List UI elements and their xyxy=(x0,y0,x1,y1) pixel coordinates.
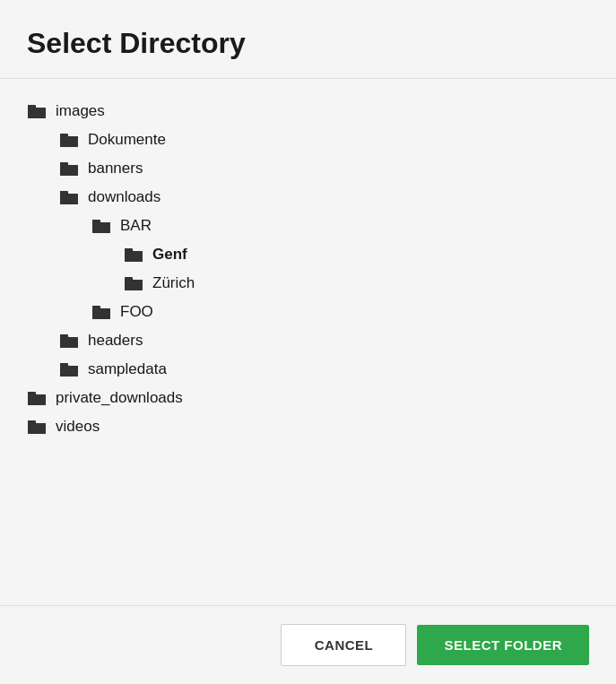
folder-item-dokumente[interactable]: Dokumente xyxy=(59,126,589,154)
folder-item-headers[interactable]: headers xyxy=(59,326,589,355)
tree-list: Genf Zürich xyxy=(91,240,589,298)
list-item: Dokumente xyxy=(59,126,589,154)
svg-rect-15 xyxy=(92,306,100,310)
svg-rect-21 xyxy=(28,392,36,396)
select-folder-button[interactable]: SELECT FOLDER xyxy=(417,625,589,665)
folder-label: private_downloads xyxy=(56,389,183,407)
svg-rect-3 xyxy=(60,134,68,138)
list-item: banners xyxy=(59,154,589,183)
folder-label: BAR xyxy=(120,217,152,235)
folder-label: images xyxy=(56,102,105,120)
folder-label: sampledata xyxy=(88,360,167,378)
dialog-body: images Dokumente banners downloads BAR G… xyxy=(0,79,616,605)
dialog-title: Select Directory xyxy=(27,27,589,60)
cancel-button[interactable]: CANCEL xyxy=(281,624,406,666)
dialog-header: Select Directory xyxy=(0,0,616,79)
folder-label: Dokumente xyxy=(88,131,166,149)
folder-icon xyxy=(124,247,143,263)
svg-rect-19 xyxy=(60,363,68,368)
list-item: images Dokumente banners downloads BAR G… xyxy=(27,97,589,384)
svg-rect-11 xyxy=(125,248,133,253)
folder-item-bar[interactable]: BAR xyxy=(91,212,589,240)
folder-item-banners[interactable]: banners xyxy=(59,154,589,183)
folder-icon xyxy=(91,218,111,234)
list-item: FOO xyxy=(91,298,589,326)
folder-label: Genf xyxy=(152,246,187,264)
folder-icon xyxy=(27,103,47,119)
list-item: sampledata xyxy=(59,355,589,384)
folder-item-foo[interactable]: FOO xyxy=(91,298,589,326)
svg-rect-9 xyxy=(92,220,100,224)
folder-item-sampledata[interactable]: sampledata xyxy=(59,355,589,384)
folder-label: videos xyxy=(56,418,100,436)
folder-label: Zürich xyxy=(152,274,195,292)
list-item: BAR Genf Zürich xyxy=(91,212,589,298)
list-item: Zürich xyxy=(124,269,589,298)
list-item: headers xyxy=(59,326,589,355)
folder-item-downloads[interactable]: downloads xyxy=(59,183,589,212)
svg-rect-17 xyxy=(60,334,68,339)
folder-item-zurich[interactable]: Zürich xyxy=(124,269,589,298)
folder-icon xyxy=(59,132,79,148)
folder-icon xyxy=(27,390,47,406)
tree-list: Dokumente banners downloads BAR Genf Zür… xyxy=(27,126,589,384)
folder-icon xyxy=(27,419,47,435)
folder-label: headers xyxy=(88,332,143,350)
list-item: downloads BAR Genf Zürich FOO xyxy=(59,183,589,326)
folder-item-videos[interactable]: videos xyxy=(27,412,589,441)
list-item: Genf xyxy=(124,240,589,269)
svg-rect-23 xyxy=(28,420,36,425)
tree-list: BAR Genf Zürich FOO xyxy=(59,212,589,326)
folder-icon xyxy=(59,361,79,377)
select-directory-dialog: Select Directory images Dokumente banner… xyxy=(0,0,616,684)
svg-rect-7 xyxy=(60,191,68,195)
svg-rect-5 xyxy=(60,162,68,167)
svg-rect-1 xyxy=(28,105,36,109)
folder-item-images[interactable]: images xyxy=(27,97,589,126)
folder-label: downloads xyxy=(88,188,161,206)
list-item: private_downloads xyxy=(27,384,589,412)
svg-rect-13 xyxy=(125,277,133,281)
folder-item-private_downloads[interactable]: private_downloads xyxy=(27,384,589,412)
folder-item-genf[interactable]: Genf xyxy=(124,240,589,269)
list-item: videos xyxy=(27,412,589,441)
folder-icon xyxy=(59,160,79,177)
folder-icon xyxy=(59,189,79,205)
folder-icon xyxy=(91,304,111,320)
folder-icon xyxy=(59,333,79,349)
folder-icon xyxy=(124,275,143,291)
folder-label: banners xyxy=(88,160,143,177)
folder-label: FOO xyxy=(120,303,153,321)
tree-list: images Dokumente banners downloads BAR G… xyxy=(27,97,589,441)
dialog-footer: CANCEL SELECT FOLDER xyxy=(0,605,616,684)
